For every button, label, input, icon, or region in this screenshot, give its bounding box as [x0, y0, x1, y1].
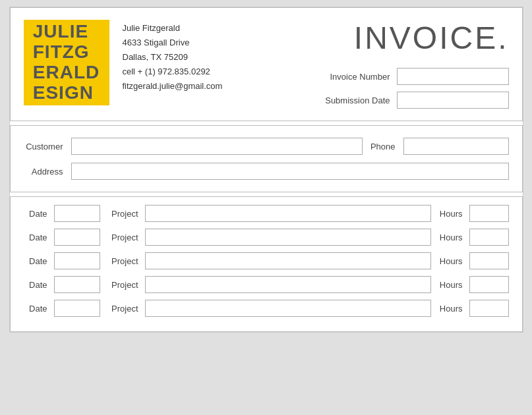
contact-city: Dallas, TX 75209 — [123, 50, 309, 65]
hours-input-1[interactable] — [469, 205, 509, 222]
line-item-row: Date Project Hours — [24, 252, 509, 269]
contact-address: 4633 Stigall Drive — [123, 36, 309, 50]
contact-name: Julie Fitzgerald — [123, 21, 309, 36]
hours-input-3[interactable] — [469, 252, 509, 269]
date-input-2[interactable] — [54, 229, 100, 246]
line-items-section: Date Project Hours Date Project Hours Da… — [10, 196, 523, 332]
invoice-fields: Invoice Number Submission Date — [322, 68, 509, 109]
project-label-1: Project — [107, 209, 138, 219]
phone-label: Phone — [370, 142, 396, 152]
logo-box: JULIE FITZG ERALD ESIGN — [24, 20, 109, 105]
date-label-5: Date — [24, 304, 47, 314]
project-input-5[interactable] — [145, 300, 431, 317]
line-item-row: Date Project Hours — [24, 300, 509, 317]
customer-row: Customer Phone — [24, 138, 509, 155]
date-label-3: Date — [24, 256, 47, 266]
project-input-4[interactable] — [145, 276, 431, 293]
date-label-4: Date — [24, 280, 47, 290]
project-label-3: Project — [107, 256, 138, 266]
contact-phone: cell + (1) 972.835.0292 — [123, 65, 309, 79]
customer-section: Customer Phone Address — [10, 125, 523, 192]
customer-input[interactable] — [71, 138, 363, 155]
logo-line2: FITZG — [33, 42, 90, 62]
date-label-1: Date — [24, 209, 47, 219]
hours-label-3: Hours — [438, 256, 463, 266]
header-section: JULIE FITZG ERALD ESIGN Julie Fitzgerald… — [10, 7, 523, 121]
invoice-number-input[interactable] — [397, 68, 509, 85]
line-item-row: Date Project Hours — [24, 229, 509, 246]
hours-input-2[interactable] — [469, 229, 509, 246]
date-input-5[interactable] — [54, 300, 100, 317]
logo-line4: ESIGN — [33, 82, 94, 103]
date-input-1[interactable] — [54, 205, 100, 222]
hours-label-2: Hours — [438, 233, 463, 242]
invoice-number-label: Invoice Number — [330, 72, 390, 82]
contact-info: Julie Fitzgerald 4633 Stigall Drive Dall… — [123, 20, 309, 94]
logo-text: JULIE FITZG ERALD ESIGN — [33, 22, 100, 103]
logo-line3: ERALD — [33, 62, 100, 82]
hours-input-4[interactable] — [469, 276, 509, 293]
line-item-row: Date Project Hours — [24, 276, 509, 293]
hours-label-1: Hours — [438, 209, 463, 219]
date-input-4[interactable] — [54, 276, 100, 293]
hours-input-5[interactable] — [469, 300, 509, 317]
invoice-title-area: INVOICE. Invoice Number Submission Date — [322, 20, 509, 109]
submission-date-row: Submission Date — [325, 92, 508, 109]
date-input-3[interactable] — [54, 252, 100, 269]
address-input[interactable] — [71, 163, 509, 180]
logo-line1: JULIE — [33, 21, 88, 42]
project-label-5: Project — [107, 304, 138, 314]
project-input-2[interactable] — [145, 229, 431, 246]
project-input-1[interactable] — [145, 205, 431, 222]
customer-label: Customer — [24, 142, 63, 152]
line-item-row: Date Project Hours — [24, 205, 509, 222]
invoice-title: INVOICE. — [354, 20, 509, 56]
contact-email: fitzgerald.julie@gmail.com — [123, 79, 309, 94]
date-label-2: Date — [24, 233, 47, 242]
address-label: Address — [24, 167, 63, 177]
invoice-number-row: Invoice Number — [330, 68, 508, 85]
submission-date-label: Submission Date — [325, 96, 390, 105]
address-row: Address — [24, 163, 509, 180]
project-input-3[interactable] — [145, 252, 431, 269]
phone-input[interactable] — [403, 138, 509, 155]
submission-date-input[interactable] — [397, 92, 509, 109]
hours-label-4: Hours — [438, 280, 463, 290]
project-label-2: Project — [107, 233, 138, 242]
hours-label-5: Hours — [438, 304, 463, 314]
project-label-4: Project — [107, 280, 138, 290]
